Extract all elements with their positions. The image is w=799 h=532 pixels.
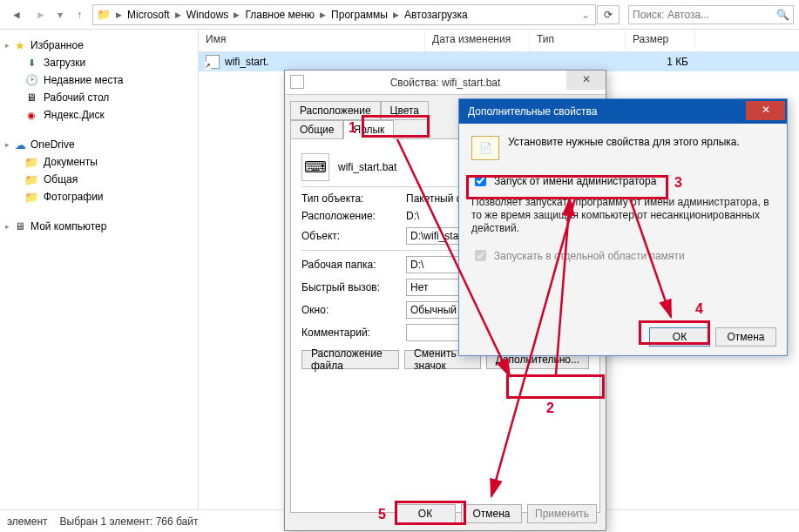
chevron-right-icon: ▶ <box>173 10 183 19</box>
nav-item-label: Рабочий стол <box>44 91 109 104</box>
label-workdir: Рабочая папка: <box>301 259 397 271</box>
advanced-properties-dialog: Дополнительные свойства ✕ 📄 Установите н… <box>458 98 788 356</box>
nav-item-label: Документы <box>44 156 98 168</box>
cloud-icon <box>13 138 27 152</box>
apply-button[interactable]: Применить <box>527 504 597 523</box>
my-computer-header[interactable]: ▸Мой компьютер <box>2 218 196 235</box>
run-as-admin-checkbox[interactable] <box>475 175 486 186</box>
nav-item-label: Загрузки <box>44 57 85 69</box>
nav-desktop[interactable]: Рабочий стол <box>2 89 196 106</box>
nav-item-label: Фотографии <box>44 191 104 203</box>
forward-button[interactable]: ► <box>30 4 52 25</box>
col-date[interactable]: Дата изменения <box>425 30 530 51</box>
back-button[interactable]: ◄ <box>5 4 28 25</box>
admin-explanation: Позволяет запускать программу от имени а… <box>471 196 775 235</box>
disk-icon <box>24 108 38 122</box>
address-bar[interactable]: ▶ Microsoft ▶ Windows ▶ Главное меню ▶ П… <box>92 4 596 25</box>
breadcrumb-item[interactable]: Microsoft <box>124 5 173 24</box>
label-comment: Комментарий: <box>301 327 397 339</box>
explorer-toolbar: ◄ ► ▾ ↑ ▶ Microsoft ▶ Windows ▶ Главное … <box>0 0 799 30</box>
tab-colors[interactable]: Цвета <box>381 101 429 120</box>
label-window: Окно: <box>301 304 397 316</box>
breadcrumb-item[interactable]: Программы <box>328 5 391 24</box>
recent-icon <box>24 73 38 87</box>
dialog-title: Свойства: wifi_start.bat <box>390 77 501 89</box>
filename-label: wifi_start.bat <box>338 161 396 173</box>
label-location: Расположение: <box>301 210 397 222</box>
nav-item-label: Мой компьютер <box>30 220 106 232</box>
nav-shared[interactable]: Общая <box>2 171 196 188</box>
run-as-admin-label: Запуск от имени администратора <box>494 175 656 187</box>
cancel-button[interactable]: Отмена <box>715 327 776 347</box>
nav-photos[interactable]: Фотографии <box>2 188 196 205</box>
nav-item-label: Яндекс.Диск <box>44 109 105 121</box>
folder-icon <box>24 155 38 169</box>
onedrive-header[interactable]: ▸OneDrive <box>2 136 196 153</box>
nav-pane: ▸Избранное Загрузки Недавние места Рабоч… <box>0 30 199 509</box>
tab-location[interactable]: Расположение <box>290 101 381 120</box>
chevron-right-icon: ▶ <box>318 10 328 19</box>
info-text: Установите нужные свойства для этого ярл… <box>508 136 740 148</box>
column-headers[interactable]: Имя Дата изменения Тип Размер <box>199 30 799 52</box>
recent-dropdown[interactable]: ▾ <box>54 4 66 25</box>
tab-shortcut[interactable]: Ярлык <box>343 120 394 139</box>
label-target: Объект: <box>301 230 397 242</box>
chevron-right-icon: ▶ <box>391 10 401 19</box>
app-icon <box>290 75 304 89</box>
breadcrumb-item[interactable]: Windows <box>183 5 233 24</box>
ok-button[interactable]: ОК <box>395 504 456 523</box>
file-row[interactable]: wifi_start. 1 КБ <box>199 52 799 71</box>
nav-recent[interactable]: Недавние места <box>2 71 196 89</box>
refresh-button[interactable]: ⟳ <box>597 5 620 24</box>
up-button[interactable]: ↑ <box>68 4 91 25</box>
dialog-title: Дополнительные свойства <box>468 105 597 118</box>
tab-general[interactable]: Общие <box>290 120 343 139</box>
label-type: Тип объекта: <box>301 192 397 205</box>
search-icon: 🔍 <box>776 9 789 21</box>
close-button[interactable]: ✕ <box>566 71 606 90</box>
cancel-button[interactable]: Отмена <box>461 504 522 523</box>
nav-yandex-disk[interactable]: Яндекс.Диск <box>2 106 196 124</box>
folder-icon <box>24 172 38 186</box>
separate-memory-label: Запускать в отдельной области памяти <box>494 250 685 262</box>
dialog-titlebar[interactable]: Свойства: wifi_start.bat ✕ <box>285 71 606 95</box>
search-placeholder: Поиск: Автоза... <box>633 9 709 21</box>
separate-memory-checkbox <box>475 250 486 261</box>
col-name[interactable]: Имя <box>199 30 425 51</box>
search-input[interactable]: Поиск: Автоза... 🔍 <box>628 5 794 24</box>
shortcut-icon <box>206 55 220 69</box>
folder-icon <box>97 8 111 22</box>
info-icon: 📄 <box>471 136 499 160</box>
nav-documents[interactable]: Документы <box>2 153 196 171</box>
file-type-icon: ⌨ <box>301 153 329 181</box>
download-icon <box>24 56 38 70</box>
dialog-titlebar[interactable]: Дополнительные свойства <box>459 99 787 124</box>
close-button[interactable]: ✕ <box>746 101 785 120</box>
file-name: wifi_start. <box>225 56 269 68</box>
open-file-location-button[interactable]: Расположение файла <box>301 350 399 369</box>
address-dropdown-icon[interactable]: ⌄ <box>576 9 595 21</box>
nav-downloads[interactable]: Загрузки <box>2 54 196 71</box>
nav-item-label: OneDrive <box>30 138 75 151</box>
status-count: элемент <box>7 515 48 528</box>
value-location: D:\ <box>406 210 419 222</box>
desktop-icon <box>24 91 38 104</box>
nav-item-label: Недавние места <box>44 74 123 86</box>
col-size[interactable]: Размер <box>626 30 695 51</box>
label-hotkey: Быстрый вызов: <box>301 281 397 293</box>
nav-item-label: Общая <box>44 173 78 185</box>
file-size: 1 КБ <box>626 54 695 70</box>
chevron-right-icon: ▶ <box>232 10 241 19</box>
folder-icon <box>24 190 38 204</box>
ok-button[interactable]: ОК <box>649 327 710 347</box>
col-type[interactable]: Тип <box>530 30 626 51</box>
favorites-header[interactable]: ▸Избранное <box>2 37 196 54</box>
status-selection: Выбран 1 элемент: 766 байт <box>60 515 199 528</box>
breadcrumb-item[interactable]: Главное меню <box>241 5 318 24</box>
chevron-right-icon: ▶ <box>114 10 124 19</box>
breadcrumb-item[interactable]: Автозагрузка <box>401 5 471 24</box>
star-icon <box>13 38 27 52</box>
pc-icon <box>13 219 27 233</box>
favorites-label: Избранное <box>30 39 84 51</box>
